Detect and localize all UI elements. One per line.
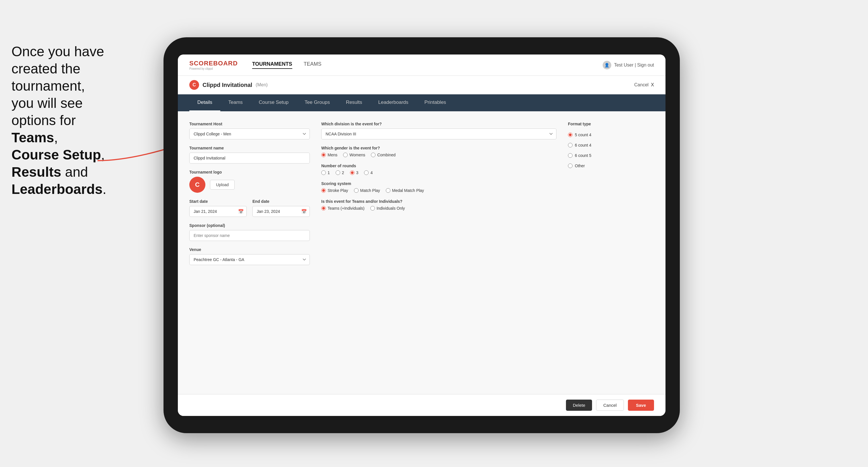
name-field-group: Tournament name	[189, 146, 310, 163]
teams-plus-individuals[interactable]: Teams (+Individuals)	[321, 206, 365, 211]
format-5count4[interactable]: 5 count 4	[568, 132, 654, 137]
user-label[interactable]: Test User | Sign out	[614, 63, 654, 68]
scoring-field-group: Scoring system Stroke Play Match Play	[321, 181, 557, 193]
nav-tournaments[interactable]: TOURNAMENTS	[252, 61, 292, 69]
tab-results[interactable]: Results	[338, 94, 370, 111]
gender-radio-group: Mens Womens Combined	[321, 153, 557, 157]
gender-mens[interactable]: Mens	[321, 153, 337, 157]
tab-course-setup[interactable]: Course Setup	[251, 94, 297, 111]
breadcrumb-left: C Clippd Invitational (Men)	[189, 80, 268, 90]
format-6count5[interactable]: 6 count 5	[568, 153, 654, 158]
logo-preview: C	[189, 177, 206, 193]
scoring-radio-group: Stroke Play Match Play Medal Match Play	[321, 188, 557, 193]
calendar-icon: 📅	[238, 209, 244, 214]
breadcrumb-bar: C Clippd Invitational (Men) Cancel X	[178, 76, 665, 94]
start-date-label: Start date	[189, 199, 247, 204]
logo-sub: Powered by clippd	[189, 67, 238, 70]
end-date-label: End date	[252, 199, 310, 204]
rounds-3[interactable]: 3	[350, 170, 359, 175]
format-6count4[interactable]: 6 count 4	[568, 143, 654, 148]
start-date-group: Start date 📅	[189, 199, 247, 217]
scoring-stroke[interactable]: Stroke Play	[321, 188, 348, 193]
start-date-wrap: 📅	[189, 206, 247, 217]
sponsor-input[interactable]	[189, 230, 310, 241]
logo-field-group: Tournament logo C Upload	[189, 170, 310, 193]
upload-button[interactable]: Upload	[210, 180, 235, 190]
calendar-icon-2: 📅	[301, 209, 307, 214]
scoring-match[interactable]: Match Play	[354, 188, 380, 193]
rounds-2[interactable]: 2	[336, 170, 344, 175]
division-select[interactable]: NCAA Division III	[321, 128, 557, 139]
rounds-radio-group: 1 2 3 4	[321, 170, 557, 175]
tournament-icon: C	[189, 80, 199, 90]
bottom-bar: Delete Cancel Save	[178, 394, 665, 416]
logo-label: Tournament logo	[189, 170, 310, 175]
nav-user: 👤 Test User | Sign out	[603, 61, 654, 69]
end-date-wrap: 📅	[252, 206, 310, 217]
tab-teams[interactable]: Teams	[220, 94, 251, 111]
sponsor-field-group: Sponsor (optional)	[189, 223, 310, 241]
gender-field-group: Which gender is the event for? Mens Wome…	[321, 146, 557, 157]
rounds-field-group: Number of rounds 1 2 3	[321, 163, 557, 175]
division-label: Which division is the event for?	[321, 122, 557, 126]
tab-tee-groups[interactable]: Tee Groups	[297, 94, 338, 111]
host-label: Tournament Host	[189, 122, 310, 126]
tab-bar: Details Teams Course Setup Tee Groups Re…	[178, 94, 665, 111]
tournament-name: Clippd Invitational	[203, 82, 252, 88]
gender-combined[interactable]: Combined	[371, 153, 396, 157]
left-column: Tournament Host Clippd College - Men Tou…	[189, 122, 310, 384]
end-date-group: End date 📅	[252, 199, 310, 217]
intro-text: Once you have created the tournament, yo…	[0, 34, 123, 207]
venue-label: Venue	[189, 247, 310, 252]
tablet-frame: SCOREBOARD Powered by clippd TOURNAMENTS…	[163, 37, 680, 433]
middle-column: Which division is the event for? NCAA Di…	[321, 122, 557, 384]
logo-upload-area: C Upload	[189, 177, 310, 193]
name-input[interactable]	[189, 153, 310, 163]
format-type-label: Format type	[568, 122, 654, 126]
gender-womens[interactable]: Womens	[343, 153, 365, 157]
date-row: Start date 📅 End date 📅	[189, 199, 310, 217]
nav-links: TOURNAMENTS TEAMS	[252, 61, 588, 69]
rounds-1[interactable]: 1	[321, 170, 330, 175]
host-select[interactable]: Clippd College - Men	[189, 128, 310, 139]
logo: SCOREBOARD Powered by clippd	[189, 60, 238, 70]
individuals-only[interactable]: Individuals Only	[370, 206, 405, 211]
save-button[interactable]: Save	[628, 400, 654, 411]
nav-teams[interactable]: TEAMS	[304, 61, 321, 69]
tab-leaderboards[interactable]: Leaderboards	[370, 94, 416, 111]
tablet-screen: SCOREBOARD Powered by clippd TOURNAMENTS…	[178, 55, 665, 416]
right-column: Format type 5 count 4 6 count 4 6 count …	[568, 122, 654, 384]
sponsor-label: Sponsor (optional)	[189, 223, 310, 228]
venue-field-group: Venue Peachtree GC - Atlanta - GA	[189, 247, 310, 265]
main-content: Tournament Host Clippd College - Men Tou…	[178, 111, 665, 394]
gender-label: Which gender is the event for?	[321, 146, 557, 150]
cancel-x-button[interactable]: Cancel X	[634, 82, 654, 88]
division-field-group: Which division is the event for? NCAA Di…	[321, 122, 557, 139]
format-other[interactable]: Other	[568, 163, 654, 168]
user-icon: 👤	[603, 61, 611, 69]
cancel-button[interactable]: Cancel	[596, 400, 624, 411]
scoring-medal-match[interactable]: Medal Match Play	[386, 188, 424, 193]
tab-printables[interactable]: Printables	[416, 94, 454, 111]
name-label: Tournament name	[189, 146, 310, 150]
teams-individuals-field-group: Is this event for Teams and/or Individua…	[321, 199, 557, 211]
teams-individuals-label: Is this event for Teams and/or Individua…	[321, 199, 557, 204]
rounds-label: Number of rounds	[321, 163, 557, 168]
tab-details[interactable]: Details	[189, 94, 220, 111]
tournament-subtitle: (Men)	[255, 82, 268, 88]
delete-button[interactable]: Delete	[566, 400, 592, 411]
scoring-label: Scoring system	[321, 181, 557, 186]
logo-text: SCOREBOARD	[189, 60, 238, 67]
teams-individuals-radio-group: Teams (+Individuals) Individuals Only	[321, 206, 557, 211]
rounds-4[interactable]: 4	[364, 170, 373, 175]
host-field-group: Tournament Host Clippd College - Men	[189, 122, 310, 139]
venue-select[interactable]: Peachtree GC - Atlanta - GA	[189, 254, 310, 265]
top-nav: SCOREBOARD Powered by clippd TOURNAMENTS…	[178, 55, 665, 76]
